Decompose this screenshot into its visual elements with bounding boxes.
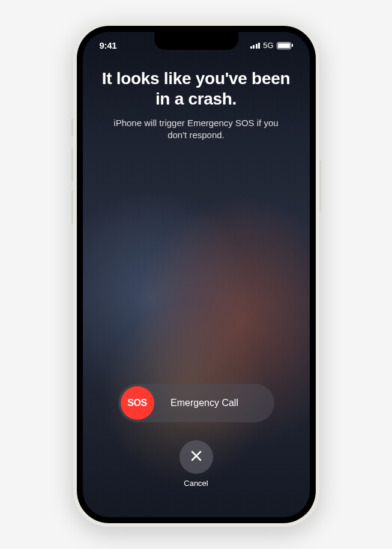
power-button — [319, 160, 321, 211]
close-icon — [190, 449, 202, 466]
volume-up-button — [71, 148, 73, 181]
battery-icon — [277, 42, 293, 49]
emergency-call-slider[interactable]: SOS Emergency Call — [118, 384, 274, 422]
signal-icon — [250, 43, 261, 49]
status-time: 9:41 — [100, 40, 117, 50]
cancel-label: Cancel — [184, 479, 208, 488]
alert-controls: SOS Emergency Call Ca — [97, 384, 295, 488]
sos-knob-label: SOS — [127, 398, 146, 408]
screen: 9:41 5G It looks like you've been in a c… — [83, 32, 310, 517]
volume-down-button — [71, 190, 73, 223]
sos-knob[interactable]: SOS — [121, 386, 154, 420]
cancel-area: Cancel — [179, 440, 213, 488]
phone-bezel: 9:41 5G It looks like you've been in a c… — [77, 26, 316, 523]
notch — [154, 32, 238, 50]
crash-detection-alert: It looks like you've been in a crash. iP… — [83, 50, 310, 512]
alert-text: It looks like you've been in a crash. iP… — [97, 68, 295, 142]
status-indicators: 5G — [250, 41, 293, 50]
alert-headline: It looks like you've been in a crash. — [97, 68, 295, 109]
cancel-button[interactable] — [179, 440, 213, 474]
network-label: 5G — [263, 41, 273, 50]
silent-switch — [71, 118, 73, 136]
emergency-call-label: Emergency Call — [154, 398, 272, 408]
phone-device-frame: 9:41 5G It looks like you've been in a c… — [73, 22, 319, 527]
alert-subtext: iPhone will trigger Emergency SOS if you… — [97, 117, 295, 142]
